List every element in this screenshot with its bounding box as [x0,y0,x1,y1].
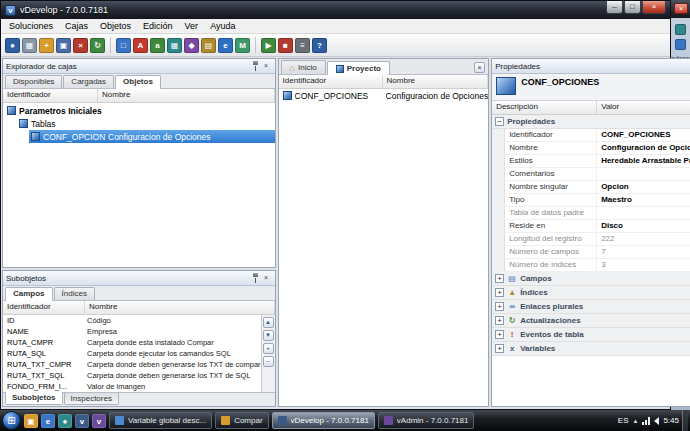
vdevelop-icon[interactable]: v [75,414,89,428]
start-button[interactable]: ⊞ [2,411,21,430]
move-down-button[interactable]: ▼ [263,330,274,341]
taskbar-button-variable-global[interactable]: Variable global desc... [109,412,212,429]
menu-soluciones[interactable]: Soluciones [3,20,59,32]
tree-item-tablas[interactable]: Tablas [3,117,275,130]
field-row[interactable]: NAME Empresa [3,327,261,338]
run-icon[interactable]: ▶ [261,38,276,53]
menu-ver[interactable]: Ver [179,20,205,32]
expand-icon[interactable]: + [495,302,504,311]
expand-icon[interactable]: + [495,344,504,353]
field-row[interactable]: RUTA_CMPR Carpeta donde esta instalado C… [3,338,261,349]
field-row[interactable]: RUTA_TXT_SQL Carpeta donde deben generar… [3,371,261,382]
property-category-eventos-tabla[interactable]: + ! Eventos de tabla [492,328,690,342]
image-icon[interactable]: ◆ [184,38,199,53]
tab-campos[interactable]: Campos [5,287,53,301]
title-bar[interactable]: v vDevelop - 7.0.0.7181 – □ × [1,1,670,19]
volume-icon[interactable] [654,417,659,425]
connect-icon[interactable]: ● [5,38,20,53]
tray-expand-icon[interactable]: ▲ [632,418,638,424]
property-value[interactable]: Disco [597,220,690,232]
close-tab-icon[interactable]: × [474,62,485,73]
maximize-button[interactable]: □ [624,1,641,14]
tab-inicio[interactable]: ⌂ Inicio [281,60,326,74]
property-value[interactable]: Configuracion de Opciones [597,142,690,154]
property-row-numero-campos[interactable]: Número de campos 7 [492,246,690,259]
menu-objetos[interactable]: Objetos [94,20,137,32]
column-header-nombre[interactable]: Nombre [383,75,489,88]
column-header-identificador[interactable]: Identificador [3,301,85,314]
property-category-variables[interactable]: + x Variables [492,342,690,356]
menu-edicion[interactable]: Edición [137,20,179,32]
new-object-icon[interactable]: + [39,38,54,53]
field-row[interactable]: RUTA_TXT_CMPR Carpeta donde deben genera… [3,360,261,371]
property-row-comentarios[interactable]: Comentarios [492,168,690,181]
vadmin-icon[interactable]: v [92,414,106,428]
property-value[interactable]: Heredable Arrastable Para copiar [597,155,690,167]
property-row-nombre[interactable]: Nombre Configuracion de Opciones [492,142,690,155]
tab-disponibles[interactable]: Disponibles [5,75,62,88]
property-value[interactable] [597,207,690,219]
column-header-nombre[interactable]: Nombre [85,301,275,314]
label-icon[interactable]: A [133,38,148,53]
expand-icon[interactable]: + [495,330,504,339]
collapse-icon[interactable]: − [495,117,504,126]
column-header-identificador[interactable]: Identificador [3,89,98,102]
web-icon[interactable]: e [218,38,233,53]
stop-icon[interactable]: ■ [278,38,293,53]
move-up-button[interactable]: ▲ [263,317,274,328]
browser-icon[interactable]: e [41,414,55,428]
taskbar-button-vadmin[interactable]: vAdmin - 7.0.0.7181 [378,412,475,429]
property-category-campos[interactable]: + ▤ Campos [492,272,690,286]
media-icon[interactable]: ● [58,414,72,428]
property-value[interactable]: Opcion [597,181,690,193]
form-icon[interactable]: □ [116,38,131,53]
background-close-button[interactable]: × [674,3,688,14]
tab-indices[interactable]: Índices [54,287,95,300]
tab-inspectores[interactable]: Inspectores [64,393,119,405]
menu-cajas[interactable]: Cajas [59,20,94,32]
property-row-estilos[interactable]: Estilos Heredable Arrastable Para copiar [492,155,690,168]
tab-subobjetos[interactable]: Subobjetos [5,392,63,405]
expand-icon[interactable]: + [495,316,504,325]
property-group-propiedades[interactable]: − Propiedades [492,115,690,129]
refresh-icon[interactable]: ↻ [90,38,105,53]
clock[interactable]: 5:45 [663,416,679,425]
property-value[interactable] [597,168,690,180]
column-header-valor[interactable]: Valor [597,101,690,114]
language-indicator[interactable]: ES [618,416,629,425]
close-button[interactable]: × [642,1,666,14]
tab-objetos[interactable]: Objetos [115,75,161,89]
solution-boxes-icon[interactable]: ▦ [22,38,37,53]
property-row-nombre-singular[interactable]: Nombre singular Opcion [492,181,690,194]
pin-icon[interactable] [250,273,261,284]
grid-icon[interactable]: ▦ [167,38,182,53]
column-header-descripcion[interactable]: Descripción [492,101,597,114]
show-desktop-button[interactable] [682,410,688,431]
menu-ayuda[interactable]: Ayuda [204,20,241,32]
tab-proyecto[interactable]: Proyecto [327,61,390,75]
background-toolbar-icon[interactable] [675,39,686,50]
project-row-conf-opciones[interactable]: CONF_OPCIONES Configuracion de Opciones [279,89,489,102]
property-row-tabla-datos-padre[interactable]: Tabla de datos padre [492,207,690,220]
network-icon[interactable] [642,417,650,425]
expand-icon[interactable]: + [495,288,504,297]
property-category-enlaces-plurales[interactable]: + ∞ Enlaces plurales [492,300,690,314]
explorer-icon[interactable]: ▣ [24,414,38,428]
help-icon[interactable]: ? [312,38,327,53]
property-row-identificador[interactable]: Identificador CONF_OPCIONES [492,129,690,142]
mail-icon[interactable]: M [235,38,250,53]
expand-icon[interactable]: + [495,274,504,283]
tree-item-parametros-iniciales[interactable]: Parametros Iniciales [3,104,275,117]
property-category-indices[interactable]: + ▲ Índices [492,286,690,300]
pin-icon[interactable] [250,61,261,72]
taskbar-button-compar[interactable]: Compar [215,412,268,429]
property-row-reside-en[interactable]: Reside en Disco [492,220,690,233]
add-button[interactable]: + [263,343,274,354]
column-header-identificador[interactable]: Identificador [279,75,383,88]
column-header-nombre[interactable]: Nombre [98,89,275,102]
minimize-button[interactable]: – [606,1,623,14]
tab-cargadas[interactable]: Cargadas [63,75,114,88]
property-value[interactable]: CONF_OPCIONES [597,129,690,141]
property-row-longitud-registro[interactable]: Longitud del registro 222 [492,233,690,246]
field-row[interactable]: RUTA_SQL Carpeta donde ejecutar los cama… [3,349,261,360]
